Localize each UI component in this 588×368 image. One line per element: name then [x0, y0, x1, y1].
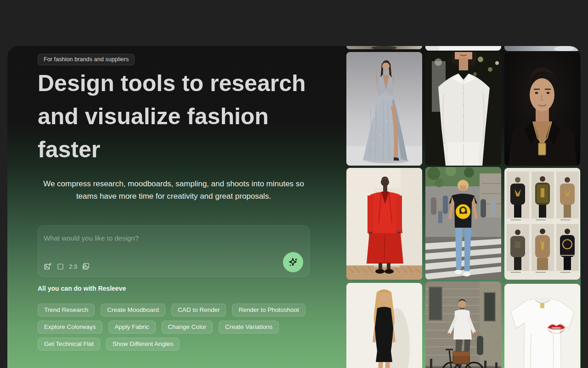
page-title: Design tools to researchand visualize fa… [38, 67, 313, 166]
gallery-column-2 [425, 46, 501, 368]
chip-trend-research[interactable]: Trend Research [38, 304, 95, 316]
prompt-toolbar: 2:3 [44, 262, 90, 270]
gallery-image-hoodie-lookbook [504, 168, 580, 280]
hero-section: For fashion brands and suppliers Design … [38, 46, 310, 368]
gallery-image-lips-tshirt [504, 284, 580, 368]
gallery-column-3 [504, 46, 580, 368]
gallery-image-cropped [425, 46, 501, 51]
chip-cad-to-render[interactable]: CAD to Render [171, 304, 226, 316]
chip-create-moodboard[interactable]: Create Moodboard [101, 304, 165, 316]
gallery-image-cropped [346, 46, 422, 49]
hero-subtitle: We compress research, moodboards, sampli… [38, 178, 310, 202]
gallery-image-white-shirt-runway [425, 52, 501, 166]
page-title-line: and visualize fashion [38, 104, 269, 129]
capability-chips: Trend Research Create Moodboard CAD to R… [38, 304, 313, 351]
chip-get-technical-flat[interactable]: Get Technical Flat [38, 338, 100, 351]
chip-create-variations[interactable]: Create Variations [219, 321, 279, 334]
design-prompt-input[interactable] [44, 232, 264, 243]
chip-change-color[interactable]: Change Color [162, 321, 213, 334]
gallery-image-gray-gown [346, 52, 422, 166]
main-panel: For fashion brands and suppliers Design … [7, 46, 581, 368]
aspect-ratio-value[interactable]: 2:3 [68, 263, 78, 270]
gallery-image-male-portrait [504, 52, 580, 166]
generate-button[interactable] [283, 252, 303, 272]
chips-label: All you can do with Resleeve [38, 285, 126, 292]
gallery-image-red-suit [346, 168, 422, 280]
sparkle-icon [287, 256, 299, 268]
chip-show-different-angles[interactable]: Show Different Angles [106, 338, 180, 351]
gallery-image-crosswalk-tee [425, 167, 501, 280]
chip-render-to-photoshoot[interactable]: Render to Photoshoot [232, 304, 305, 316]
chip-explore-colorways[interactable]: Explore Colorways [38, 321, 102, 334]
add-image-icon[interactable] [44, 262, 52, 270]
gallery-image-cropped [504, 46, 580, 51]
fashion-image-collage [346, 46, 580, 368]
gallery-column-1 [346, 46, 422, 368]
design-prompt-box[interactable]: 2:3 [38, 225, 310, 277]
reference-image-icon[interactable] [82, 262, 90, 270]
gallery-image-city-cyclist [425, 282, 501, 368]
audience-badge: For fashion brands and suppliers [38, 54, 135, 65]
chip-apply-fabric[interactable]: Apply Fabric [108, 321, 156, 334]
aspect-ratio-icon[interactable] [56, 262, 64, 270]
page-title-line: faster [38, 137, 100, 162]
page-title-line: Design tools to research [38, 70, 306, 96]
gallery-image-black-dress [346, 283, 422, 368]
